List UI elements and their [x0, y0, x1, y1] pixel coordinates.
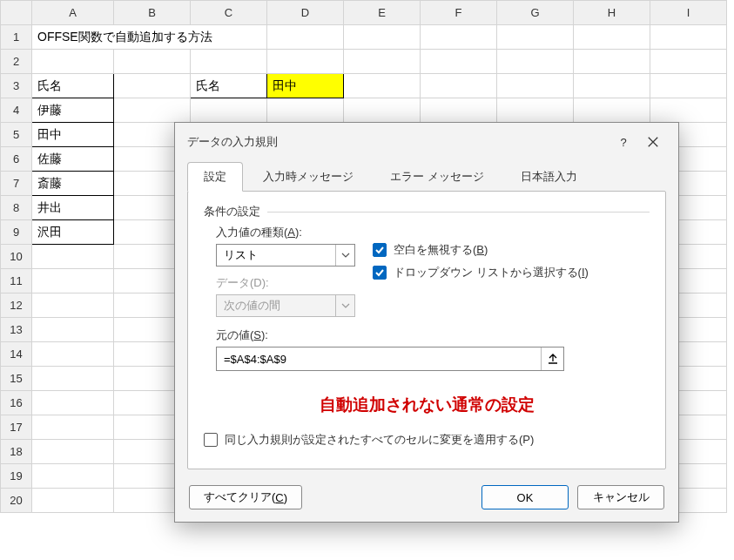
row-header[interactable]: 15 [1, 367, 32, 391]
cell[interactable] [32, 440, 114, 464]
cell[interactable] [650, 25, 727, 50]
cell[interactable] [114, 74, 191, 98]
cell[interactable] [32, 415, 114, 440]
allow-dropdown[interactable]: リスト [216, 244, 355, 267]
cell[interactable] [421, 50, 497, 74]
cell[interactable] [574, 25, 650, 50]
cell[interactable] [650, 98, 727, 123]
cell[interactable]: 氏名 [32, 74, 114, 98]
col-header-G[interactable]: G [497, 1, 574, 25]
chevron-down-icon [335, 245, 354, 266]
col-header-A[interactable]: A [32, 1, 114, 25]
cell[interactable]: 田中 [32, 123, 114, 147]
cell[interactable] [267, 50, 344, 74]
cell[interactable] [344, 98, 421, 123]
cell[interactable] [32, 489, 114, 513]
cell[interactable] [497, 98, 574, 123]
cell[interactable] [114, 50, 191, 74]
row-header[interactable]: 11 [1, 269, 32, 293]
cell[interactable]: 伊藤 [32, 98, 114, 123]
row-header[interactable]: 20 [1, 489, 32, 513]
row-header[interactable]: 1 [1, 25, 32, 50]
range-picker-button[interactable] [541, 347, 563, 370]
in-cell-dropdown-checkbox[interactable]: ドロップダウン リストから選択する(I) [373, 265, 589, 280]
row-header[interactable]: 6 [1, 147, 32, 172]
row-header[interactable]: 19 [1, 464, 32, 489]
cell[interactable] [191, 98, 267, 123]
cell[interactable] [497, 50, 574, 74]
cell[interactable] [191, 50, 267, 74]
cell-highlighted[interactable]: 田中 [267, 74, 344, 98]
cell[interactable] [32, 269, 114, 293]
close-button[interactable] [638, 132, 668, 152]
row-header[interactable]: 5 [1, 123, 32, 147]
row-header[interactable]: 13 [1, 318, 32, 342]
row-header[interactable]: 14 [1, 342, 32, 367]
cell[interactable] [421, 98, 497, 123]
cell[interactable] [267, 25, 344, 50]
cell[interactable] [344, 25, 421, 50]
tab-input-message[interactable]: 入力時メッセージ [246, 162, 370, 192]
cancel-button[interactable]: キャンセル [577, 485, 664, 509]
cell[interactable] [650, 50, 727, 74]
cell[interactable] [421, 74, 497, 98]
cell[interactable] [32, 391, 114, 415]
cell[interactable]: 斎藤 [32, 172, 114, 196]
row-header[interactable]: 3 [1, 74, 32, 98]
cell[interactable] [267, 98, 344, 123]
col-header-H[interactable]: H [574, 1, 650, 25]
row-header[interactable]: 9 [1, 220, 32, 245]
row-header[interactable]: 12 [1, 293, 32, 318]
cell[interactable] [574, 50, 650, 74]
cell[interactable] [421, 25, 497, 50]
cell[interactable] [114, 98, 191, 123]
col-header-C[interactable]: C [191, 1, 267, 25]
row-header[interactable]: 2 [1, 50, 32, 74]
cell[interactable] [32, 245, 114, 269]
ok-button[interactable]: OK [481, 485, 569, 509]
chevron-down-icon [335, 295, 354, 316]
cell[interactable]: 氏名 [191, 74, 267, 98]
source-label: 元の値(S): [216, 327, 650, 343]
cell[interactable] [574, 98, 650, 123]
cell[interactable] [574, 74, 650, 98]
help-button[interactable]: ? [609, 132, 638, 152]
clear-all-button[interactable]: すべてクリア(C) [189, 485, 302, 509]
cell[interactable] [32, 50, 114, 74]
cell[interactable] [32, 318, 114, 342]
ignore-blank-checkbox[interactable]: 空白を無視する(B) [373, 242, 589, 258]
col-header-E[interactable]: E [344, 1, 421, 25]
cell[interactable] [497, 74, 574, 98]
row-header[interactable]: 7 [1, 172, 32, 196]
tab-ime-mode[interactable]: 日本語入力 [504, 162, 594, 192]
cell[interactable] [32, 293, 114, 318]
cell[interactable] [344, 50, 421, 74]
apply-all-checkbox[interactable]: 同じ入力規則が設定されたすべてのセルに変更を適用する(P) [204, 432, 650, 448]
ignore-blank-label: 空白を無視する(B) [394, 242, 488, 258]
col-header-D[interactable]: D [267, 1, 344, 25]
cell[interactable] [32, 464, 114, 489]
row-header[interactable]: 8 [1, 196, 32, 220]
cell[interactable] [497, 25, 574, 50]
row-header[interactable]: 16 [1, 391, 32, 415]
cell[interactable]: 沢田 [32, 220, 114, 245]
close-icon [647, 136, 659, 148]
col-header-F[interactable]: F [421, 1, 497, 25]
source-input[interactable] [217, 353, 541, 366]
cell[interactable]: 井出 [32, 196, 114, 220]
row-header[interactable]: 10 [1, 245, 32, 269]
cell[interactable] [32, 367, 114, 391]
cell[interactable]: 佐藤 [32, 147, 114, 172]
row-header[interactable]: 4 [1, 98, 32, 123]
cell[interactable] [650, 74, 727, 98]
tab-error-alert[interactable]: エラー メッセージ [374, 162, 501, 192]
col-header-B[interactable]: B [114, 1, 191, 25]
cell[interactable] [344, 74, 421, 98]
row-header[interactable]: 17 [1, 415, 32, 440]
cell[interactable] [32, 342, 114, 367]
select-all-corner[interactable] [1, 1, 32, 25]
tab-settings[interactable]: 設定 [187, 162, 243, 192]
row-header[interactable]: 18 [1, 440, 32, 464]
col-header-I[interactable]: I [650, 1, 727, 25]
cell[interactable]: OFFSE関数で自動追加する方法 [32, 25, 267, 50]
